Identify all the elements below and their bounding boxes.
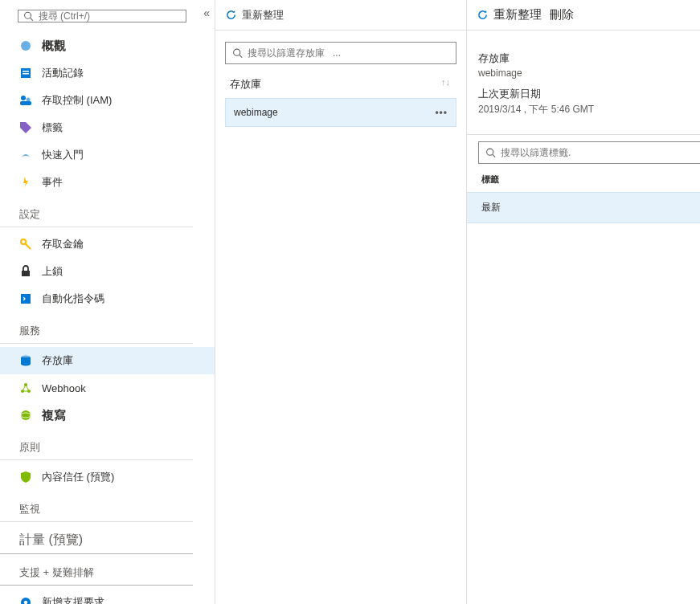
repo-row[interactable]: webimage •••	[225, 98, 456, 127]
nav-replication[interactable]: 複寫	[0, 402, 215, 429]
collapse-icon[interactable]: «	[203, 6, 210, 19]
nav-metrics[interactable]: 計量 (預覽)	[0, 525, 193, 554]
refresh-button[interactable]: 重新整理	[477, 7, 542, 22]
sidebar-search[interactable]	[18, 10, 186, 22]
delete-button[interactable]: 刪除	[550, 7, 574, 22]
sidebar-search-input[interactable]	[39, 10, 181, 22]
detail-toolbar: 重新整理 刪除	[467, 0, 700, 31]
more-icon[interactable]: •••	[435, 107, 448, 118]
delete-label: 刪除	[550, 7, 574, 22]
nav-label: 存取金鑰	[42, 237, 84, 251]
nav-label: 存取控制 (IAM)	[42, 93, 112, 108]
nav-repositories[interactable]: 存放庫	[0, 347, 215, 374]
svg-point-0	[25, 12, 31, 18]
nav-quickstart[interactable]: 快速入門	[0, 141, 215, 169]
repo-detail-pane: 重新整理 刪除 存放庫 webimage 上次更新日期 2019/3/14 , …	[467, 0, 700, 604]
section-monitor: 監視	[0, 491, 193, 522]
section-settings: 設定	[0, 196, 193, 227]
svg-rect-4	[23, 71, 29, 72]
event-icon	[19, 176, 32, 189]
refresh-icon	[477, 9, 489, 21]
refresh-icon	[225, 9, 237, 21]
access-icon	[19, 94, 32, 107]
svg-point-2	[21, 41, 31, 51]
nav-access-keys[interactable]: 存取金鑰	[0, 231, 215, 258]
detail-block: 存放庫 webimage 上次更新日期 2019/3/14 , 下午 5:46 …	[467, 31, 700, 124]
nav-label: 複寫	[42, 408, 66, 423]
activity-icon	[19, 67, 32, 80]
nav-service: 存放庫 Webhook 複寫	[0, 347, 215, 429]
svg-point-17	[21, 410, 31, 420]
svg-point-6	[21, 96, 26, 100]
nav-support: 新增支援要求	[0, 589, 215, 604]
nav-label: 標籤	[42, 120, 63, 135]
nav-label: Webhook	[42, 382, 86, 394]
refresh-button[interactable]: 重新整理	[225, 8, 284, 22]
section-policy: 原則	[0, 429, 193, 460]
refresh-label: 重新整理	[493, 7, 542, 22]
nav-label: 上鎖	[42, 264, 63, 279]
divider	[467, 134, 700, 135]
lock-icon	[19, 265, 32, 278]
tag-column-header: 標籤	[467, 164, 700, 192]
nav-overview[interactable]: 概觀	[0, 32, 215, 59]
nav-label: 事件	[42, 175, 63, 190]
col-label: 存放庫	[230, 77, 261, 92]
svg-line-10	[25, 243, 31, 249]
repo-icon	[19, 354, 32, 367]
svg-point-7	[27, 98, 31, 102]
nav-policy: 內容信任 (預覽)	[0, 463, 215, 491]
svg-rect-8	[20, 101, 31, 105]
svg-rect-12	[21, 294, 31, 304]
section-support: 支援 + 疑難排解	[0, 554, 193, 586]
nav-activity[interactable]: 活動記錄	[0, 59, 215, 87]
nav-label: 活動記錄	[42, 66, 84, 80]
tag-search[interactable]	[478, 141, 700, 164]
nav-events[interactable]: 事件	[0, 169, 215, 196]
refresh-label: 重新整理	[242, 8, 284, 22]
replication-icon	[19, 409, 32, 422]
nav-label: 概觀	[42, 39, 66, 54]
search-icon	[232, 47, 243, 59]
nav-automation-script[interactable]: 自動化指令碼	[0, 285, 215, 312]
updated-label: 上次更新日期	[478, 87, 700, 101]
sort-icon: ↑↓	[441, 77, 450, 92]
svg-line-22	[239, 55, 242, 57]
overview-icon	[19, 39, 32, 52]
nav-tags[interactable]: 標籤	[0, 114, 215, 141]
repo-name: webimage	[234, 107, 278, 118]
repo-search-input[interactable]	[248, 47, 449, 59]
svg-point-20	[24, 601, 27, 604]
shield-icon	[19, 471, 32, 484]
tag-name: 最新	[481, 202, 501, 213]
sidebar: « 概觀 活動記錄 存取控制 (IAM) 標籤 快速入門 事件 設定	[0, 0, 215, 604]
nav-new-support-request[interactable]: 新增支援要求	[0, 589, 215, 604]
nav-webhook[interactable]: Webhook	[0, 374, 215, 402]
webhook-icon	[19, 382, 32, 394]
nav-main: 概觀 活動記錄 存取控制 (IAM) 標籤 快速入門 事件	[0, 32, 215, 196]
nav-access-control[interactable]: 存取控制 (IAM)	[0, 87, 215, 114]
nav-content-trust[interactable]: 內容信任 (預覽)	[0, 463, 215, 491]
nav-label: 快速入門	[42, 148, 84, 162]
section-service: 服務	[0, 312, 193, 344]
support-icon	[19, 596, 32, 604]
nav-label: 自動化指令碼	[42, 292, 104, 306]
nav-locks[interactable]: 上鎖	[0, 258, 215, 285]
nav-label: 存放庫	[42, 353, 73, 368]
svg-point-23	[487, 149, 493, 155]
script-icon	[19, 292, 32, 305]
nav-settings: 存取金鑰 上鎖 自動化指令碼	[0, 231, 215, 312]
search-icon	[23, 10, 34, 22]
repo-value: webimage	[478, 67, 700, 79]
repo-search[interactable]	[225, 42, 456, 64]
tag-row[interactable]: 最新	[467, 192, 700, 223]
quickstart-icon	[19, 149, 32, 161]
svg-rect-11	[22, 271, 30, 276]
repo-toolbar: 重新整理	[215, 0, 466, 31]
repo-column-header[interactable]: 存放庫 ↑↓	[215, 71, 466, 98]
svg-rect-5	[23, 73, 29, 75]
svg-line-24	[493, 154, 495, 157]
svg-point-21	[234, 49, 240, 55]
key-icon	[19, 238, 32, 251]
tag-search-input[interactable]	[501, 147, 694, 158]
